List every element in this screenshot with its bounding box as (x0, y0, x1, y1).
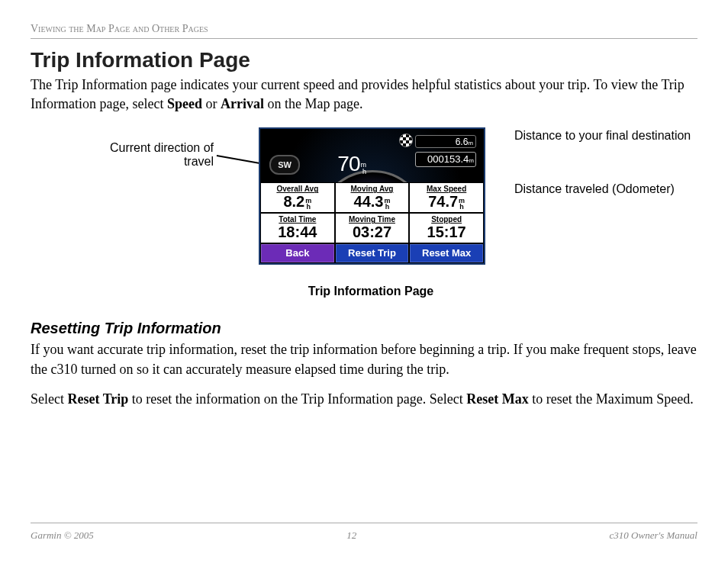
text: on the Map page. (264, 96, 362, 111)
button-row: Back Reset Trip Reset Max (260, 243, 484, 263)
u: h (306, 203, 311, 211)
text: or (202, 96, 221, 111)
stat-value: 18:44 (278, 224, 317, 240)
callout-direction: Current direction of travel (92, 141, 214, 169)
stat-label: Moving Time (336, 215, 409, 224)
stat-label: Overall Avg (261, 185, 334, 193)
destination-flag-icon (399, 134, 413, 147)
stat-value: 74.7 (428, 193, 458, 210)
subheading-resetting: Resetting Trip Information (31, 320, 697, 337)
stat-value: 8.2 (283, 193, 304, 210)
gps-screen: SW 70mh 6.6m 000153.4m Overall Avg 8.2mh… (259, 127, 485, 265)
reset-paragraph-2: Select Reset Trip to reset the informati… (31, 390, 697, 409)
reset-max-button[interactable]: Reset Max (409, 243, 484, 263)
stat-overall-avg[interactable]: Overall Avg 8.2mh (260, 182, 335, 213)
stat-label: Max Speed (410, 185, 483, 193)
back-button[interactable]: Back (260, 243, 335, 263)
footer-manual-name: c310 Owner's Manual (610, 529, 697, 542)
page-footer: Garmin © 2005 12 c310 Owner's Manual (31, 523, 697, 542)
breadcrumb: Viewing the Map Page and Other Pages (31, 23, 697, 39)
text: to reset the Maximum Speed. (529, 391, 694, 407)
stat-value: 03:27 (353, 224, 391, 240)
stat-value: 44.3 (354, 193, 384, 210)
unit: m (468, 140, 473, 146)
page-title: Trip Information Page (31, 48, 697, 72)
stat-grid: Overall Avg 8.2mh Moving Avg 44.3mh Max … (260, 182, 484, 243)
speed-value: 70 (337, 152, 359, 175)
stat-moving-time[interactable]: Moving Time 03:27 (335, 213, 410, 243)
text: to reset the information on the Trip Inf… (128, 391, 466, 407)
current-speed: 70mh (312, 152, 366, 176)
callout-odometer: Distance traveled (Odometer) (514, 182, 675, 196)
stat-stopped[interactable]: Stopped 15:17 (409, 213, 484, 243)
footer-copyright: Garmin © 2005 (31, 529, 94, 542)
callout-destination-distance: Distance to your final destination (514, 129, 691, 143)
figure-area: Current direction of travel Distance to … (31, 124, 694, 307)
intro-paragraph: The Trip Information page indicates your… (31, 76, 697, 114)
value: 6.6 (456, 137, 469, 147)
odometer[interactable]: 000153.4m (415, 152, 476, 167)
bold-reset-max: Reset Max (466, 391, 528, 407)
unit-bot: h (362, 168, 366, 175)
u: h (459, 203, 464, 211)
compass-indicator[interactable]: SW (269, 155, 300, 175)
distance-to-destination[interactable]: 6.6m (415, 135, 476, 148)
reset-trip-button[interactable]: Reset Trip (335, 243, 410, 263)
stat-label: Moving Avg (336, 185, 409, 193)
footer-page-number: 12 (346, 529, 356, 542)
stat-label: Stopped (410, 215, 483, 224)
stat-total-time[interactable]: Total Time 18:44 (260, 213, 335, 243)
stat-max-speed[interactable]: Max Speed 74.7mh (409, 182, 484, 213)
bold-arrival: Arrival (221, 96, 264, 111)
figure-caption: Trip Information Page (259, 285, 483, 298)
value: 000153.4 (427, 153, 469, 165)
bold-reset-trip: Reset Trip (67, 391, 128, 407)
u: h (385, 203, 390, 211)
text: Select (31, 391, 67, 407)
bold-speed: Speed (167, 96, 202, 111)
reset-paragraph-1: If you want accurate trip information, r… (31, 340, 697, 378)
stat-label: Total Time (261, 215, 334, 224)
unit: m (469, 157, 474, 164)
stat-value: 15:17 (427, 224, 466, 240)
gps-dashboard: SW 70mh 6.6m 000153.4m (260, 129, 484, 182)
stat-moving-avg[interactable]: Moving Avg 44.3mh (335, 182, 410, 213)
